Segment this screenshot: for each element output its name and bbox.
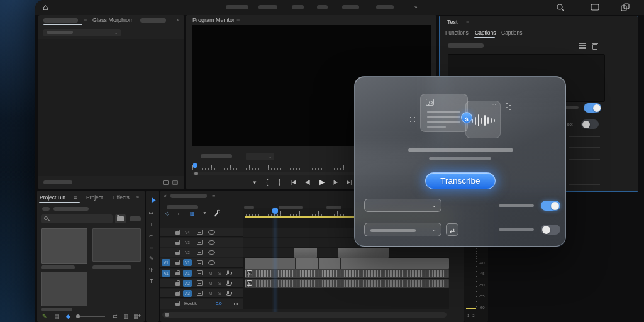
tab-project[interactable]: Project [86, 195, 103, 201]
breadcrumb[interactable] [42, 207, 50, 211]
menu-item[interactable] [376, 5, 394, 9]
automate-sequence-icon[interactable]: ⇄ [113, 313, 118, 319]
source-settings-icon[interactable] [172, 180, 178, 185]
search-input[interactable] [41, 214, 113, 223]
dialog-toggle-on[interactable] [541, 201, 560, 211]
ruler-marker[interactable] [326, 206, 341, 209]
track-output-icon[interactable] [208, 240, 215, 245]
go-to-in-button[interactable]: |◀ [291, 179, 296, 185]
search-icon[interactable] [556, 3, 565, 12]
list-view-icon[interactable]: ▤ [54, 313, 60, 319]
playhead[interactable] [275, 208, 275, 315]
source-patch-a1[interactable]: A1 [162, 270, 170, 277]
sync-lock-icon[interactable] [197, 240, 203, 245]
program-panel-title[interactable]: Program Menitor [192, 18, 235, 23]
lock-icon[interactable] [175, 242, 180, 245]
lock-icon[interactable] [175, 262, 180, 265]
slip-tool[interactable]: ↔ [149, 244, 155, 250]
track-target-a3[interactable]: A3 [183, 290, 192, 297]
snap-icon[interactable]: ◇ [165, 211, 169, 216]
add-marker-button[interactable]: ▼ [252, 180, 257, 186]
master-track-value[interactable]: 0.0 [216, 301, 222, 306]
sync-lock-icon[interactable] [197, 250, 203, 255]
timeline-sequence-tab[interactable] [170, 194, 207, 198]
new-bin-button[interactable] [115, 214, 126, 223]
media-thumbnail[interactable] [41, 228, 87, 264]
sync-lock-icon[interactable] [197, 260, 203, 265]
go-to-out-button[interactable]: ▶| [347, 179, 352, 185]
track-select-forward-tool[interactable]: ↦ [149, 210, 154, 216]
scrollbar-knob[interactable] [165, 313, 169, 317]
ruler-marker[interactable] [279, 206, 303, 209]
track-target-a1[interactable]: A1 [183, 270, 192, 277]
fullscreen-icon[interactable] [591, 4, 599, 11]
mic-icon[interactable] [227, 291, 229, 294]
track-target-a2[interactable]: A2 [183, 280, 192, 287]
type-tool[interactable]: T [150, 278, 153, 284]
refresh-button[interactable]: ⇄ [446, 223, 458, 236]
program-zoom-dropdown[interactable]: ⌄ [246, 153, 274, 160]
sync-lock-icon[interactable] [197, 270, 203, 275]
track-output-icon[interactable] [208, 250, 215, 255]
razor-tool[interactable]: ✂ [149, 233, 154, 239]
nested-sequence-icon[interactable]: ▦ [190, 211, 195, 216]
mark-out-button[interactable]: } [279, 179, 280, 186]
sync-lock-icon[interactable] [197, 230, 203, 235]
text-style-icon[interactable] [579, 43, 586, 49]
mic-icon[interactable] [227, 270, 229, 274]
tab-functions[interactable]: Functions [445, 30, 469, 36]
video-clip[interactable] [294, 248, 317, 258]
marker-icon[interactable]: ▼ [203, 211, 207, 215]
menu-item[interactable] [226, 5, 248, 9]
pen-tool[interactable]: ✎ [149, 255, 154, 262]
mic-icon[interactable] [227, 280, 229, 284]
sync-lock-icon[interactable] [197, 280, 203, 286]
selection-tool[interactable]: ▶ [148, 196, 156, 204]
ruler-marker[interactable] [244, 206, 254, 209]
lock-icon[interactable] [175, 272, 180, 275]
panel-menu-icon[interactable]: ≡ [466, 19, 469, 25]
panel-overflow-icon[interactable]: » [136, 195, 139, 200]
source-active-tab[interactable] [43, 18, 78, 23]
dialog-toggle-off[interactable] [541, 225, 560, 235]
panel-menu-icon[interactable]: ≡ [236, 18, 240, 23]
panel-overflow-icon[interactable]: » [177, 18, 179, 23]
track-name[interactable]: V2 [185, 249, 190, 256]
solo-button[interactable]: S [218, 280, 221, 287]
panel-menu-icon[interactable]: ≡ [84, 18, 87, 23]
thumbnail-zoom-slider[interactable] [77, 316, 105, 317]
source-inactive-tab[interactable] [140, 18, 166, 23]
lock-icon[interactable] [175, 303, 180, 306]
speaker-select[interactable]: ⌄ [364, 223, 441, 236]
source-in-out-icon[interactable] [163, 180, 169, 185]
media-thumbnail[interactable] [92, 228, 141, 262]
program-scrollbar-knob[interactable] [194, 172, 198, 175]
tab-captions-active[interactable]: Captions [475, 30, 496, 36]
toggle-on[interactable] [584, 103, 601, 113]
tab-effects[interactable]: Effects [113, 195, 130, 201]
program-playhead[interactable] [193, 163, 197, 168]
solo-button[interactable]: S [218, 270, 221, 277]
sync-lock-icon[interactable] [197, 291, 203, 296]
menu-item[interactable] [317, 5, 328, 9]
menu-item[interactable] [342, 5, 359, 9]
menu-item[interactable] [258, 5, 277, 9]
source-panel-title[interactable]: Glass Morphiom [92, 18, 134, 23]
toggle-off[interactable] [581, 119, 599, 129]
mark-in-button[interactable]: { [266, 179, 268, 186]
step-back-button[interactable]: ◀| [305, 179, 310, 185]
lock-icon[interactable] [175, 292, 180, 296]
trash-icon[interactable] [592, 44, 597, 50]
breadcrumb[interactable] [53, 207, 89, 211]
playhead-head[interactable] [272, 208, 278, 214]
panel-menu-icon[interactable]: ≡ [212, 194, 215, 199]
lock-icon[interactable] [175, 231, 180, 235]
tab-project-bin[interactable]: Project Bin [40, 195, 65, 201]
track-name[interactable]: V4 [185, 229, 190, 236]
mute-button[interactable]: M [209, 290, 212, 297]
wrench-icon[interactable] [214, 212, 219, 216]
mute-button[interactable]: M [209, 270, 212, 277]
source-clip-dropdown[interactable]: ⌄ [43, 29, 121, 36]
mute-button[interactable]: M [209, 280, 212, 287]
view-toggle-button[interactable] [130, 216, 141, 221]
